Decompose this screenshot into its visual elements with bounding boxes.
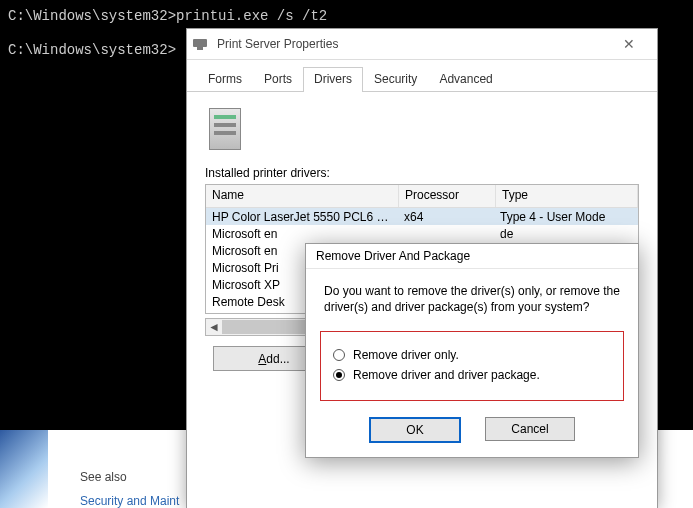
radio-group: Remove driver only. Remove driver and dr…	[320, 331, 624, 401]
window-title: Print Server Properties	[217, 37, 338, 51]
cell-type: Type 4 - User Mode	[494, 210, 638, 224]
cancel-button[interactable]: Cancel	[485, 417, 575, 441]
see-also-panel: See also Security and Maint	[80, 470, 179, 508]
dialog-buttons: OK Cancel	[306, 411, 638, 457]
tab-advanced[interactable]: Advanced	[428, 67, 503, 92]
cell-type: de	[494, 227, 638, 241]
remove-driver-dialog: Remove Driver And Package Do you want to…	[305, 243, 639, 458]
tabstrip: Forms Ports Drivers Security Advanced	[187, 60, 657, 92]
table-row[interactable]: HP Color LaserJet 5550 PCL6 Clas...x64Ty…	[206, 208, 638, 225]
tab-security[interactable]: Security	[363, 67, 428, 92]
col-processor[interactable]: Processor	[399, 185, 496, 207]
console-line: C:\Windows\system32>printui.exe /s /t2	[8, 6, 685, 26]
col-name[interactable]: Name	[206, 185, 399, 207]
dialog-message: Do you want to remove the driver(s) only…	[324, 283, 620, 315]
radio-remove-driver-and-package[interactable]: Remove driver and driver package.	[333, 368, 611, 382]
list-label: Installed printer drivers:	[205, 166, 639, 180]
column-headers: Name Processor Type	[206, 185, 638, 208]
wallpaper-slice	[0, 430, 48, 508]
server-icon	[209, 108, 241, 150]
see-also-heading: See also	[80, 470, 179, 484]
radio-dot-icon	[333, 369, 345, 381]
cell-name: Microsoft en	[206, 227, 398, 241]
see-also-link[interactable]: Security and Maint	[80, 494, 179, 508]
dialog-title[interactable]: Remove Driver And Package	[306, 244, 638, 269]
col-type[interactable]: Type	[496, 185, 638, 207]
cell-processor: x64	[398, 210, 494, 224]
close-button[interactable]: ✕	[607, 29, 651, 59]
radio-label: Remove driver and driver package.	[353, 368, 540, 382]
scroll-left-icon[interactable]: ◄	[206, 320, 222, 334]
titlebar[interactable]: Print Server Properties ✕	[187, 29, 657, 60]
radio-label: Remove driver only.	[353, 348, 459, 362]
tab-drivers[interactable]: Drivers	[303, 67, 363, 92]
tab-ports[interactable]: Ports	[253, 67, 303, 92]
dialog-body: Do you want to remove the driver(s) only…	[306, 269, 638, 411]
radio-remove-driver-only[interactable]: Remove driver only.	[333, 348, 611, 362]
table-row[interactable]: Microsoft ende	[206, 225, 638, 242]
tab-forms[interactable]: Forms	[197, 67, 253, 92]
radio-dot-icon	[333, 349, 345, 361]
cell-name: HP Color LaserJet 5550 PCL6 Clas...	[206, 210, 398, 224]
printer-icon	[193, 37, 209, 51]
ok-button[interactable]: OK	[369, 417, 461, 443]
